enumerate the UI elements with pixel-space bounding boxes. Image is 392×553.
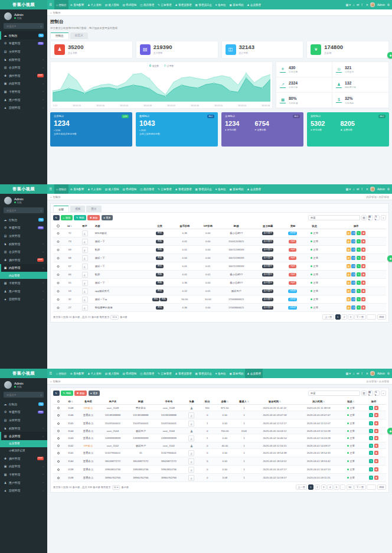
nav-item-6[interactable]: ✎订单管理 — [156, 369, 173, 378]
detail-button[interactable]: ▤ — [347, 272, 351, 276]
theme-icon[interactable]: ☾ — [361, 3, 364, 6]
floating-help-button[interactable]: ✚ — [387, 428, 392, 434]
user-name-label[interactable]: Admin — [377, 372, 385, 375]
delete-button[interactable]: ✖删除 — [74, 391, 87, 396]
sidebar-item-2[interactable]: ▤分类管理 — [0, 232, 47, 240]
edit-button[interactable]: ✎ — [369, 444, 373, 448]
mail-icon[interactable]: ✉ — [357, 3, 359, 6]
edit-button[interactable]: ✎ — [369, 436, 373, 440]
floating-help-button[interactable]: ✚ — [387, 255, 392, 262]
sidebar-item-3[interactable]: ♞权限管理‹ — [0, 424, 47, 432]
copy-button[interactable]: ❐ — [351, 289, 355, 293]
sidebar-item-5[interactable]: ✚插件管理new! — [0, 454, 47, 463]
nav-item-11[interactable]: ♟会员管理 — [245, 184, 263, 194]
add-button[interactable]: +添加 — [61, 215, 73, 220]
menu-toggle-icon[interactable]: ☰ — [47, 3, 54, 6]
gear-icon[interactable]: ⚙ — [387, 372, 390, 375]
sidebar-subitem-0[interactable]: 会员管理 — [0, 440, 47, 447]
tab-0[interactable]: 全部 — [53, 206, 69, 212]
delete-button[interactable]: ✖ — [374, 467, 378, 471]
nav-item-4[interactable]: ▤提现明细 — [121, 184, 139, 194]
sidebar-item-8[interactable]: ♟用户管理‹ — [0, 287, 47, 295]
row-checkbox[interactable] — [57, 274, 60, 276]
fullscreen-icon[interactable]: ✕ — [366, 3, 368, 6]
delete-button[interactable]: ✖ — [361, 248, 365, 252]
nav-item-8[interactable]: ▦管理员日志 — [193, 369, 213, 378]
table-search-input[interactable] — [308, 391, 360, 396]
edit-button[interactable]: ✎ — [357, 264, 361, 268]
nav-item-4[interactable]: ▤提现明细 — [121, 369, 139, 378]
page-button-0[interactable]: 上一页 — [296, 484, 308, 490]
show-badge[interactable]: 全部显示 — [262, 265, 273, 268]
tab-1[interactable]: 自定义 — [70, 32, 88, 39]
sidebar-item-5[interactable]: ✚插件管理new! — [0, 71, 47, 80]
apps-icon[interactable]: ▦ ▾ — [345, 372, 351, 375]
page-jump-input[interactable] — [367, 314, 376, 320]
page-button-2[interactable]: 2 — [341, 314, 347, 320]
delete-button[interactable]: ✖ — [361, 305, 365, 310]
nav-item-10[interactable]: ▣菜单规则 — [227, 0, 245, 9]
detail-button[interactable]: ▤ — [347, 231, 351, 235]
edit-button[interactable]: ✎ — [369, 459, 373, 463]
sort-icon[interactable]: ⇅ — [353, 401, 355, 403]
copy-button[interactable]: ❐ — [351, 248, 355, 252]
delete-button[interactable]: ✖ — [361, 239, 365, 243]
detail-button[interactable]: ▤ — [347, 256, 351, 260]
delete-button[interactable]: ✖ — [374, 413, 378, 417]
sidebar-search-input[interactable] — [5, 393, 40, 397]
delete-button[interactable]: ✖ — [374, 476, 378, 480]
delete-button[interactable]: ✖ — [374, 459, 378, 463]
edit-button[interactable]: ✎ — [369, 429, 373, 433]
nav-item-5[interactable]: ◫商品管理 — [138, 0, 156, 9]
show-badge[interactable]: 全部显示 — [262, 256, 273, 260]
row-checkbox[interactable] — [57, 477, 60, 480]
nav-item-1[interactable]: ⚙系统配置 — [68, 184, 86, 194]
delete-button[interactable]: ✖ — [374, 429, 378, 433]
show-badge[interactable]: 全部显示 — [262, 289, 273, 293]
sidebar-item-1[interactable]: ⚙常规管理new — [0, 40, 47, 48]
page-button-0[interactable]: 上一页 — [322, 314, 334, 320]
nav-item-7[interactable]: ♟管理员管理 — [173, 369, 193, 378]
delete-button[interactable]: ✖ — [361, 272, 365, 276]
nav-item-9[interactable]: ♥角色组 — [214, 369, 228, 378]
home-icon[interactable]: ⌂ — [353, 372, 355, 375]
sidebar-item-7[interactable]: ▦卡密管理‹ — [0, 279, 47, 287]
per-page-select[interactable]: 10▾ — [112, 485, 120, 490]
user-avatar[interactable] — [370, 2, 375, 7]
edit-button[interactable]: ✎ — [357, 297, 361, 301]
page-button-6[interactable]: .. — [340, 484, 345, 490]
page-jump-button[interactable]: 跳转 — [377, 484, 386, 490]
sort-icon[interactable]: ⇅ — [323, 401, 325, 403]
row-checkbox[interactable] — [57, 414, 60, 417]
page-button-3[interactable]: 3 — [321, 484, 326, 490]
row-checkbox[interactable] — [57, 430, 60, 432]
nav-item-4[interactable]: ▤提现明细 — [121, 0, 139, 9]
sidebar-item-4[interactable]: ▥会员管理‹ — [0, 63, 47, 71]
tab-0[interactable]: 控制台 — [50, 32, 69, 39]
show-badge[interactable]: 全部显示 — [262, 298, 273, 301]
theme-icon[interactable]: ☾ — [361, 372, 364, 375]
search-icon[interactable]: ⌕ — [381, 215, 386, 220]
sidebar-item-6[interactable]: ▣内容管理‹ — [0, 80, 47, 88]
show-badge[interactable]: 全部显示 — [262, 232, 273, 235]
row-checkbox[interactable] — [57, 257, 60, 260]
user-avatar[interactable] — [370, 371, 375, 376]
search-icon[interactable]: ⌕ — [40, 209, 42, 213]
sidebar-item-3[interactable]: ♞权限管理‹ — [0, 240, 47, 248]
sort-icon[interactable]: ⇅ — [71, 401, 73, 403]
row-checkbox[interactable] — [57, 265, 60, 268]
copy-button[interactable]: ❐ — [351, 281, 355, 285]
delete-button[interactable]: ✖ — [361, 281, 365, 285]
show-badge[interactable]: 全部显示 — [262, 281, 273, 285]
nav-item-7[interactable]: ♟管理员管理 — [173, 184, 193, 194]
page-button-5[interactable]: 5 — [334, 484, 339, 490]
sidebar-item-9[interactable]: ▲营销管理‹ — [0, 486, 47, 495]
sidebar-item-0[interactable]: ☁控制台hot — [0, 400, 47, 408]
row-checkbox[interactable] — [57, 307, 60, 310]
copy-button[interactable]: ❐ — [351, 305, 355, 310]
select-all-checkbox[interactable] — [57, 400, 60, 403]
filter-icon[interactable]: ▦ ▾ — [368, 391, 373, 396]
nav-item-7[interactable]: ♟管理员管理 — [173, 0, 193, 9]
nav-item-8[interactable]: ▦管理员日志 — [193, 0, 213, 9]
more-button[interactable]: ●更多 — [102, 215, 113, 220]
